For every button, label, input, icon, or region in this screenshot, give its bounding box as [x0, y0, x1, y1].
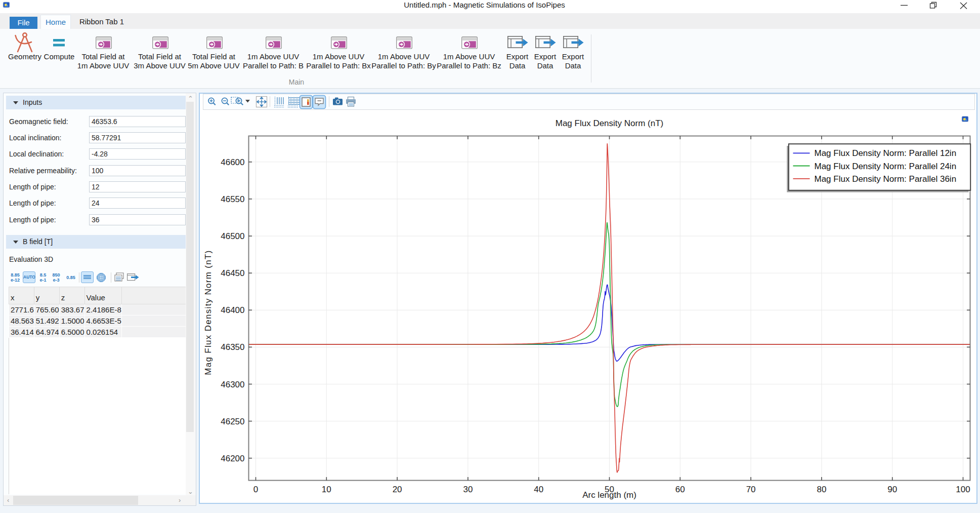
svg-text:80: 80: [817, 485, 826, 494]
svg-text:70: 70: [746, 485, 756, 494]
svg-text:Mag Flux Density Norm (nT): Mag Flux Density Norm (nT): [203, 250, 213, 375]
svg-text:46550: 46550: [221, 194, 244, 204]
svg-text:90: 90: [887, 485, 897, 494]
svg-text:46250: 46250: [221, 417, 244, 426]
svg-text:46500: 46500: [221, 231, 244, 241]
svg-text:46450: 46450: [221, 268, 244, 278]
svg-text:Arc length (m): Arc length (m): [582, 490, 636, 500]
svg-text:Mag Flux Density Norm: Paralle: Mag Flux Density Norm: Parallel 24in: [815, 162, 957, 171]
svg-text:46350: 46350: [221, 342, 244, 352]
svg-text:0: 0: [253, 485, 258, 494]
svg-text:46300: 46300: [221, 380, 244, 389]
svg-text:60: 60: [675, 485, 685, 494]
svg-text:100: 100: [956, 485, 970, 494]
svg-text:46200: 46200: [221, 454, 244, 463]
svg-text:46400: 46400: [221, 305, 244, 315]
svg-text:46600: 46600: [221, 157, 244, 167]
svg-text:20: 20: [393, 485, 402, 494]
svg-text:30: 30: [463, 485, 473, 494]
svg-text:40: 40: [534, 485, 543, 494]
svg-text:Mag Flux Density Norm: Paralle: Mag Flux Density Norm: Parallel 12in: [815, 148, 957, 158]
svg-text:Mag Flux Density Norm (nT): Mag Flux Density Norm (nT): [556, 119, 663, 128]
svg-text:Mag Flux Density Norm: Paralle: Mag Flux Density Norm: Parallel 36in: [815, 174, 957, 184]
svg-text:10: 10: [322, 485, 331, 494]
